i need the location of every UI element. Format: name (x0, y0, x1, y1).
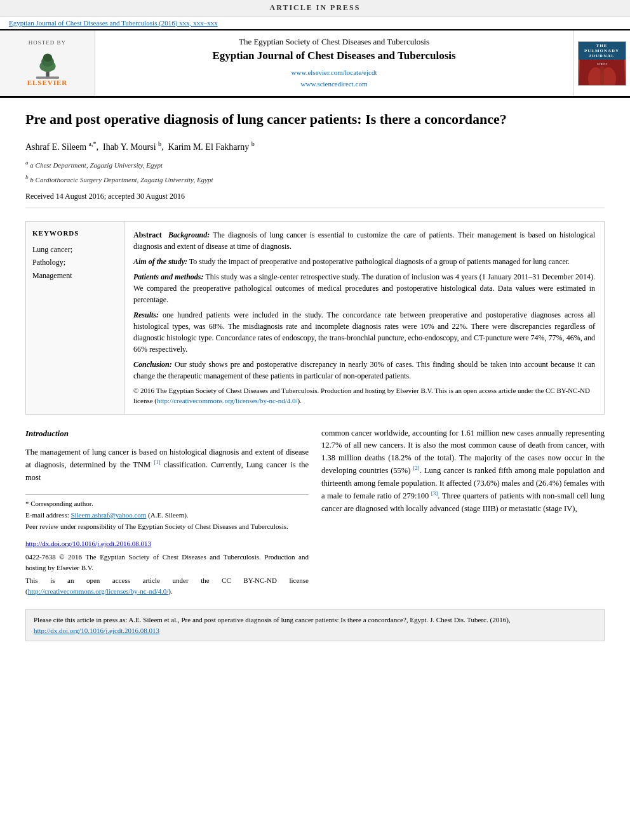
aim-label: Aim of the study: (133, 257, 187, 266)
author-karim-sup: b (251, 140, 255, 147)
journal-links: www.elsevier.com/locate/ejcdt www.scienc… (292, 67, 377, 90)
keyword-1: Lung cancer; (32, 243, 117, 256)
article-in-press-banner: ARTICLE IN PRESS (0, 0, 630, 17)
author-karim: Karim M. El Fakharny (168, 142, 250, 151)
copyright-line: © 2016 The Egyptian Society of Chest Dis… (133, 385, 595, 406)
open-access-link[interactable]: http://creativecommons.org/licenses/by-n… (28, 587, 169, 595)
svg-rect-8 (600, 66, 604, 85)
email-line: E-mail address: Sileem.ashraf@yahoo.com … (25, 510, 309, 521)
author-ashraf-sup: a,* (89, 140, 97, 147)
open-access-line: This is an open access article under the… (25, 575, 309, 596)
article-title: Pre and post operative diagnosis of lung… (25, 110, 605, 129)
body-left-column: Introduction The management of lung canc… (25, 427, 309, 596)
journal-link-2: www.sciencedirect.com (292, 79, 377, 90)
ref-2: [2] (413, 465, 420, 471)
copyright-link[interactable]: http://creativecommons.org/licenses/by-n… (157, 397, 298, 404)
keyword-2: Pathology; (32, 256, 117, 269)
keywords-list: Lung cancer; Pathology; Management (32, 243, 117, 282)
elsevier-logo-section: HOSTED BY ELSEVIER (0, 30, 95, 96)
journal-citation-line: Egyptian Journal of Chest Diseases and T… (0, 17, 630, 29)
svg-text:CHEST: CHEST (597, 62, 607, 65)
chest-journal-logo: THE PULMONARY JOURNAL CHEST (578, 41, 626, 86)
affiliations: a a Chest Department, Zagazig University… (25, 158, 605, 185)
doi-link[interactable]: http://dx.doi.org/10.1016/j.ejcdt.2016.0… (25, 540, 151, 547)
conclusion-text: Our study shows pre and postoperative di… (133, 360, 595, 380)
abstract-column: Abstract Background: The diagnosis of lu… (124, 222, 604, 414)
ref-1: [1] (154, 459, 161, 465)
abstract-background: Abstract Background: The diagnosis of lu… (133, 229, 595, 252)
abstract-label: Abstract (133, 230, 162, 239)
intro-left-paragraph: The management of lung cancer is based o… (25, 446, 309, 484)
affiliation-a: a a Chest Department, Zagazig University… (25, 158, 605, 171)
email-suffix: (A.E. Sileem). (148, 511, 189, 519)
intro-right-paragraph: common cancer worldwide, accounting for … (321, 427, 605, 515)
hosted-by-label: HOSTED BY (29, 39, 66, 46)
affiliation-b: b b Cardiothoracic Surgery Department, Z… (25, 173, 605, 185)
elsevier-logo: ELSEVIER (16, 50, 79, 88)
doi-line: http://dx.doi.org/10.1016/j.ejcdt.2016.0… (25, 538, 309, 549)
abstract-results: Results: one hundred patients were inclu… (133, 309, 595, 355)
author-ashraf: Ashraf E. Sileem (25, 142, 86, 151)
aim-text: To study the impact of preoperative and … (189, 257, 570, 266)
patients-label: Patients and methods: (133, 272, 204, 281)
body-right-column: common cancer worldwide, accounting for … (321, 427, 605, 596)
footnote-box: * Corresponding author. E-mail address: … (25, 494, 309, 532)
author-ihab-sup: b (158, 140, 161, 147)
received-line: Received 14 August 2016; accepted 30 Aug… (25, 192, 605, 208)
keyword-3: Management (32, 269, 117, 282)
results-label: Results: (133, 310, 159, 319)
elsevier-text: ELSEVIER (27, 79, 68, 86)
society-name: The Egyptian Society of Chest Diseases a… (239, 37, 429, 47)
abstract-aim: Aim of the study: To study the impact of… (133, 256, 595, 267)
article-content: Pre and post operative diagnosis of lung… (0, 98, 630, 648)
results-text: one hundred patients were included in th… (133, 310, 595, 354)
bottom-copyright-line: 0422-7638 © 2016 The Egyptian Society of… (25, 552, 309, 573)
keywords-column: KEYWORDS Lung cancer; Pathology; Managem… (26, 222, 124, 414)
author-ihab: Ihab Y. Moursi (103, 142, 156, 151)
journal-citation-text: Egyptian Journal of Chest Diseases and T… (9, 19, 218, 27)
abstract-patients: Patients and methods: This study was a s… (133, 271, 595, 305)
issn-line: 0422-7638 © 2016 The Egyptian Society of… (25, 553, 309, 571)
please-cite-text: Please cite this article in press as: A.… (34, 616, 511, 623)
svg-point-3 (43, 53, 51, 62)
ref-3: [3] (431, 490, 438, 497)
email-link[interactable]: Sileem.ashraf@yahoo.com (70, 511, 146, 519)
journal-header: HOSTED BY ELSEVIER The Egyptian Society … (0, 29, 630, 98)
body-section: Introduction The management of lung canc… (25, 427, 605, 596)
banner-text: ARTICLE IN PRESS (270, 3, 361, 12)
background-label: Background: (168, 230, 210, 239)
elsevier-tree-icon (29, 50, 67, 79)
keywords-title: KEYWORDS (32, 229, 117, 237)
journal-header-center: The Egyptian Society of Chest Diseases a… (95, 30, 573, 96)
chest-logo-image: CHEST (579, 60, 626, 86)
keywords-abstract-section: KEYWORDS Lung cancer; Pathology; Managem… (25, 221, 605, 415)
authors-line: Ashraf E. Sileem a,*, Ihab Y. Moursi b, … (25, 140, 605, 152)
citation-box: Please cite this article in press as: A.… (25, 609, 605, 641)
citation-doi-link[interactable]: http://dx.doi.org/10.1016/j.ejcdt.2016.0… (34, 627, 159, 634)
journal-title-header: Egyptian Journal of Chest Diseases and T… (212, 50, 455, 62)
introduction-heading: Introduction (25, 427, 309, 440)
chest-logo-top-text: THE PULMONARY JOURNAL (579, 42, 626, 60)
abstract-conclusion: Conclusion: Our study shows pre and post… (133, 359, 595, 382)
corresponding-author: * Corresponding author. (25, 498, 309, 510)
peer-review-line: Peer review under responsibility of The … (25, 521, 309, 533)
email-label: E-mail address: (25, 511, 69, 519)
chest-logo-section: THE PULMONARY JOURNAL CHEST (573, 30, 630, 96)
journal-link-1: www.elsevier.com/locate/ejcdt (292, 67, 377, 79)
conclusion-label: Conclusion: (133, 360, 172, 369)
